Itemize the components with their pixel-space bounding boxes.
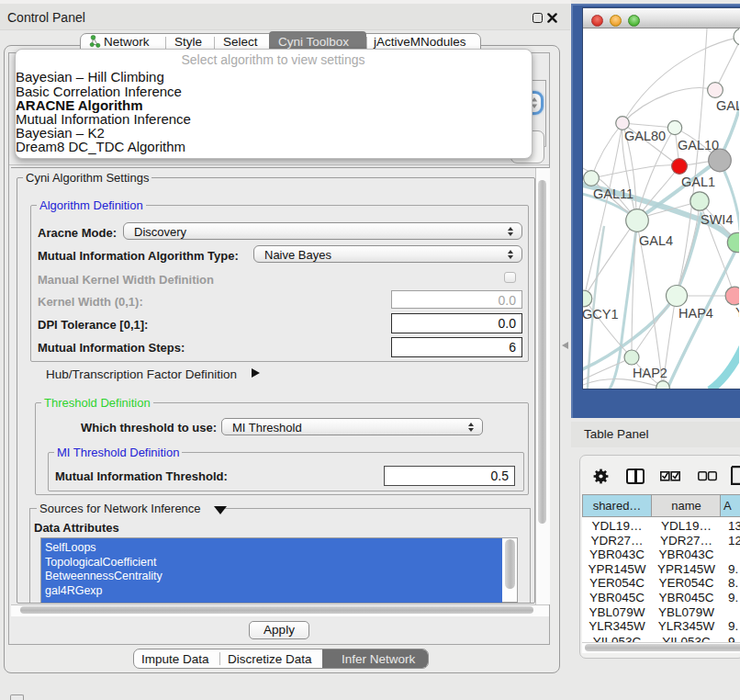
svg-text:GAL11: GAL11 — [593, 186, 633, 201]
svg-text:GCY1: GCY1 — [583, 307, 619, 322]
svg-text:HAP4: HAP4 — [678, 306, 713, 321]
svg-text:GAL7: GAL7 — [716, 98, 739, 113]
svg-text:GAL10: GAL10 — [678, 138, 719, 152]
svg-text:GAL4: GAL4 — [639, 233, 673, 248]
svg-text:Y: Y — [735, 305, 739, 320]
svg-text:GAL1: GAL1 — [681, 175, 715, 189]
svg-text:GAL80: GAL80 — [624, 129, 666, 143]
svg-text:HAP2: HAP2 — [633, 366, 667, 380]
svg-text:SWI4: SWI4 — [701, 212, 733, 227]
